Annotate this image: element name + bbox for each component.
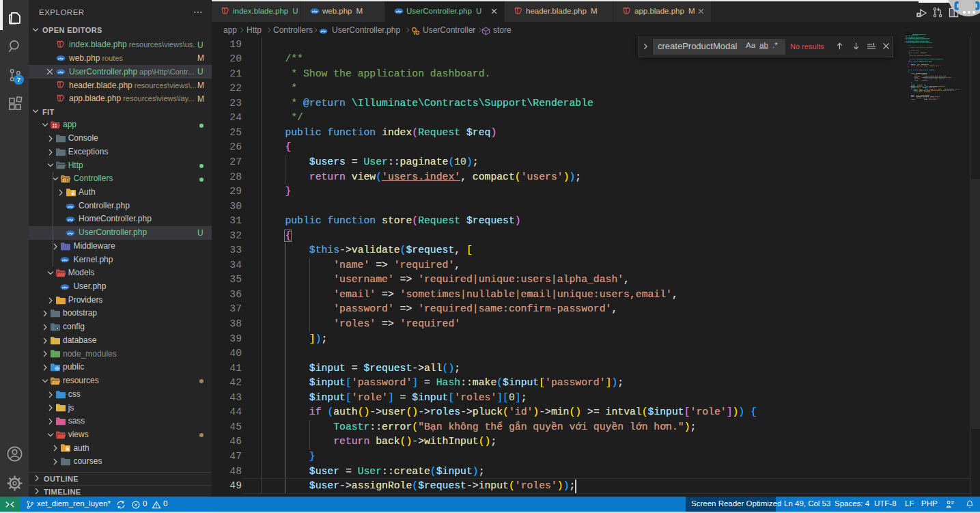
svg-text:php: php (67, 232, 73, 235)
svg-text:php: php (67, 204, 73, 208)
svg-text:php: php (57, 57, 64, 60)
svg-text:php: php (395, 10, 402, 13)
svg-text:php: php (311, 10, 318, 13)
svg-text:php: php (320, 29, 326, 33)
svg-text:php: php (67, 218, 73, 221)
svg-text:php: php (57, 70, 64, 74)
svg-text:php: php (61, 258, 68, 262)
svg-text:php: php (61, 285, 68, 288)
